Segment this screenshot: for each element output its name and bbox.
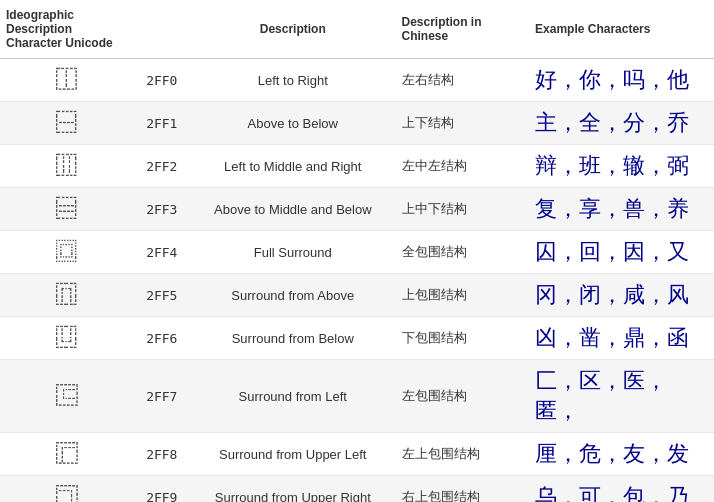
unicode-value: 2FF9 (134, 476, 191, 503)
header-description: Description (190, 0, 395, 59)
example-characters: 好，你，吗，他 (529, 59, 714, 102)
description-text: Surround from Above (190, 274, 395, 317)
unicode-value: 2FF8 (134, 433, 191, 476)
description-text: Left to Middle and Right (190, 145, 395, 188)
chinese-description: 左右结构 (396, 59, 530, 102)
chinese-description: 上中下结构 (396, 188, 530, 231)
table-row: ⿴2FF4Full Surround全包围结构囚，回，因，又 (0, 231, 714, 274)
idc-character: ⿱ (0, 102, 134, 145)
table-row: ⿷2FF7Surround from Left左包围结构匚，区，医，匿， (0, 360, 714, 433)
chinese-description: 上包围结构 (396, 274, 530, 317)
unicode-value: 2FF5 (134, 274, 191, 317)
example-characters: 冈，闭，咸，风 (529, 274, 714, 317)
chinese-description: 左包围结构 (396, 360, 530, 433)
idc-character: ⿹ (0, 476, 134, 503)
idc-character: ⿲ (0, 145, 134, 188)
table-row: ⿲2FF2Left to Middle and Right左中左结构辩，班，辙，… (0, 145, 714, 188)
idc-character: ⿸ (0, 433, 134, 476)
idc-character: ⿰ (0, 59, 134, 102)
table-row: ⿳2FF3Above to Middle and Below上中下结构复，享，兽… (0, 188, 714, 231)
example-characters: 囚，回，因，又 (529, 231, 714, 274)
table-row: ⿰2FF0Left to Right左右结构好，你，吗，他 (0, 59, 714, 102)
idc-character: ⿳ (0, 188, 134, 231)
example-characters: 辩，班，辙，弼 (529, 145, 714, 188)
description-text: Surround from Below (190, 317, 395, 360)
header-unicode (134, 0, 191, 59)
chinese-description: 左上包围结构 (396, 433, 530, 476)
unicode-value: 2FF1 (134, 102, 191, 145)
unicode-value: 2FF7 (134, 360, 191, 433)
description-text: Surround from Upper Right (190, 476, 395, 503)
header-chinese: Description in Chinese (396, 0, 530, 59)
unicode-value: 2FF6 (134, 317, 191, 360)
description-text: Left to Right (190, 59, 395, 102)
chinese-description: 下包围结构 (396, 317, 530, 360)
chinese-description: 全包围结构 (396, 231, 530, 274)
example-characters: 主，全，分，乔 (529, 102, 714, 145)
unicode-value: 2FF0 (134, 59, 191, 102)
unicode-value: 2FF2 (134, 145, 191, 188)
example-characters: 复，享，兽，养 (529, 188, 714, 231)
chinese-description: 左中左结构 (396, 145, 530, 188)
table-row: ⿹2FF9Surround from Upper Right右上包围结构乌，可，… (0, 476, 714, 503)
unicode-value: 2FF4 (134, 231, 191, 274)
idc-character: ⿵ (0, 274, 134, 317)
description-text: Surround from Left (190, 360, 395, 433)
description-text: Above to Middle and Below (190, 188, 395, 231)
chinese-description: 右上包围结构 (396, 476, 530, 503)
table-row: ⿵2FF5Surround from Above上包围结构冈，闭，咸，风 (0, 274, 714, 317)
table-row: ⿱2FF1Above to Below上下结构主，全，分，乔 (0, 102, 714, 145)
table-row: ⿶2FF6Surround from Below下包围结构凶，凿，鼎，函 (0, 317, 714, 360)
header-examples: Example Characters (529, 0, 714, 59)
idc-table: Ideographic Description Character Unicod… (0, 0, 714, 502)
chinese-description: 上下结构 (396, 102, 530, 145)
header-char: Ideographic Description Character Unicod… (0, 0, 134, 59)
idc-character: ⿷ (0, 360, 134, 433)
description-text: Above to Below (190, 102, 395, 145)
description-text: Surround from Upper Left (190, 433, 395, 476)
example-characters: 乌，可，包，乃 (529, 476, 714, 503)
example-characters: 凶，凿，鼎，函 (529, 317, 714, 360)
table-row: ⿸2FF8Surround from Upper Left左上包围结构厘，危，友… (0, 433, 714, 476)
example-characters: 厘，危，友，发 (529, 433, 714, 476)
idc-character: ⿴ (0, 231, 134, 274)
unicode-value: 2FF3 (134, 188, 191, 231)
description-text: Full Surround (190, 231, 395, 274)
idc-character: ⿶ (0, 317, 134, 360)
example-characters: 匚，区，医，匿， (529, 360, 714, 433)
